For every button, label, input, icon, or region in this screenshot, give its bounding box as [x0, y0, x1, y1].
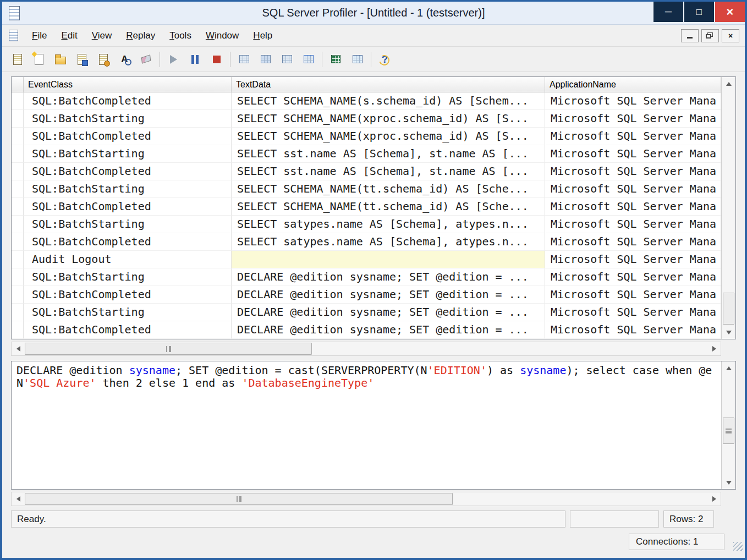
- text-data-cell[interactable]: SELECT satypes.name AS [Schema], atypes.…: [232, 233, 545, 251]
- detail-scroll-down-button[interactable]: [722, 476, 735, 489]
- properties-button[interactable]: [92, 50, 114, 69]
- event-class-cell[interactable]: SQL:BatchCompleted: [24, 321, 232, 339]
- text-data-cell[interactable]: SELECT SCHEMA_NAME(xproc.schema_id) AS […: [232, 110, 545, 128]
- trace-row[interactable]: SQL:BatchCompletedSELECT SCHEMA_NAME(tt.…: [12, 198, 721, 216]
- trace-row[interactable]: SQL:BatchCompletedSELECT satypes.name AS…: [12, 233, 721, 251]
- menu-view[interactable]: View: [85, 26, 119, 45]
- grid-hscroll-track[interactable]: [25, 342, 707, 355]
- mdi-minimize-button[interactable]: [681, 29, 699, 42]
- help-button[interactable]: ?: [374, 50, 396, 69]
- event-class-cell[interactable]: SQL:BatchStarting: [24, 110, 232, 128]
- text-data-cell[interactable]: SELECT SCHEMA_NAME(tt.schema_id) AS [Sch…: [232, 180, 545, 198]
- trace-row[interactable]: SQL:BatchStartingDECLARE @edition sysnam…: [12, 268, 721, 286]
- clear-trace-window-button[interactable]: [135, 50, 157, 69]
- maximize-button[interactable]: □: [683, 2, 714, 22]
- event-class-cell[interactable]: Audit Logout: [24, 251, 232, 268]
- trace-row[interactable]: SQL:BatchCompletedDECLARE @edition sysna…: [12, 321, 721, 339]
- app-icon[interactable]: [9, 6, 20, 20]
- trace-row[interactable]: SQL:BatchCompletedSELECT SCHEMA_NAME(xpr…: [12, 128, 721, 145]
- text-data-cell[interactable]: SELECT SCHEMA_NAME(xproc.schema_id) AS […: [232, 128, 545, 145]
- event-class-cell[interactable]: SQL:BatchStarting: [24, 180, 232, 198]
- mdi-restore-button[interactable]: [701, 29, 719, 42]
- trace-row[interactable]: SQL:BatchStartingSELECT SCHEMA_NAME(tt.s…: [12, 180, 721, 198]
- event-class-cell[interactable]: SQL:BatchCompleted: [24, 198, 232, 216]
- menu-replay[interactable]: Replay: [119, 26, 162, 45]
- aggregate-view-button[interactable]: [276, 50, 298, 69]
- menu-tools[interactable]: Tools: [162, 26, 199, 45]
- text-data-cell[interactable]: SELECT sst.name AS [Schema], st.name AS …: [232, 145, 545, 163]
- application-name-cell[interactable]: Microsoft SQL Server Mana: [545, 198, 721, 216]
- event-class-cell[interactable]: SQL:BatchStarting: [24, 304, 232, 321]
- grouped-view-button[interactable]: [255, 50, 276, 69]
- close-button[interactable]: ×: [714, 2, 745, 22]
- menu-window[interactable]: Window: [199, 26, 246, 45]
- application-name-cell[interactable]: Microsoft SQL Server Mana: [545, 233, 721, 251]
- export-to-excel-button[interactable]: [325, 50, 347, 69]
- application-name-cell[interactable]: Microsoft SQL Server Mana: [545, 163, 721, 180]
- trace-row[interactable]: Audit LogoutMicrosoft SQL Server Mana: [12, 251, 721, 268]
- new-trace-button[interactable]: [7, 50, 28, 69]
- resize-grip-icon[interactable]: [733, 542, 743, 551]
- menu-file[interactable]: File: [25, 26, 54, 45]
- detail-horizontal-scrollbar[interactable]: [11, 492, 721, 506]
- trace-row[interactable]: SQL:BatchStartingSELECT satypes.name AS …: [12, 216, 721, 233]
- grid-scroll-right-button[interactable]: [707, 342, 721, 355]
- application-name-cell[interactable]: Microsoft SQL Server Mana: [545, 216, 721, 233]
- titlebar[interactable]: SQL Server Profiler - [Untitled - 1 (tes…: [2, 2, 745, 25]
- event-class-cell[interactable]: SQL:BatchCompleted: [24, 128, 232, 145]
- detail-vscroll-thumb[interactable]: [723, 418, 734, 444]
- grid-hscroll-thumb[interactable]: [25, 343, 312, 355]
- detail-vertical-scrollbar[interactable]: [721, 361, 735, 489]
- application-name-cell[interactable]: Microsoft SQL Server Mana: [545, 268, 721, 286]
- text-data-cell[interactable]: DECLARE @edition sysname; SET @edition =…: [232, 286, 545, 304]
- detail-hscroll-thumb[interactable]: [25, 493, 453, 505]
- column-header-text_data[interactable]: TextData: [232, 77, 545, 92]
- detail-vscroll-track[interactable]: [722, 375, 735, 476]
- mdi-document-icon[interactable]: [9, 30, 18, 41]
- detail-scroll-left-button[interactable]: [12, 492, 25, 506]
- organize-columns-button[interactable]: [233, 50, 255, 69]
- minimize-button[interactable]: ─: [652, 2, 683, 22]
- grid-vscroll-track[interactable]: [722, 90, 735, 326]
- start-trace-button[interactable]: [163, 50, 184, 69]
- application-name-cell[interactable]: Microsoft SQL Server Mana: [545, 110, 721, 128]
- auto-scroll-button[interactable]: [298, 50, 319, 69]
- application-name-cell[interactable]: Microsoft SQL Server Mana: [545, 145, 721, 163]
- application-name-cell[interactable]: Microsoft SQL Server Mana: [545, 180, 721, 198]
- text-data-cell[interactable]: DECLARE @edition sysname; SET @edition =…: [232, 268, 545, 286]
- detail-scroll-up-button[interactable]: [722, 361, 735, 375]
- event-class-cell[interactable]: SQL:BatchCompleted: [24, 163, 232, 180]
- stop-trace-button[interactable]: [206, 50, 227, 69]
- save-trace-button[interactable]: [71, 50, 92, 69]
- application-name-cell[interactable]: Microsoft SQL Server Mana: [545, 321, 721, 339]
- detail-scroll-right-button[interactable]: [707, 492, 721, 506]
- menu-edit[interactable]: Edit: [54, 26, 84, 45]
- application-name-cell[interactable]: Microsoft SQL Server Mana: [545, 92, 721, 110]
- sql-text-view[interactable]: DECLARE @edition sysname; SET @edition =…: [12, 361, 721, 489]
- application-name-cell[interactable]: Microsoft SQL Server Mana: [545, 286, 721, 304]
- trace-row[interactable]: SQL:BatchStartingSELECT sst.name AS [Sch…: [12, 145, 721, 163]
- detail-hscroll-track[interactable]: [25, 492, 707, 506]
- trace-row[interactable]: SQL:BatchCompletedSELECT sst.name AS [Sc…: [12, 163, 721, 180]
- text-data-cell[interactable]: [232, 251, 545, 268]
- application-name-cell[interactable]: Microsoft SQL Server Mana: [545, 304, 721, 321]
- pause-trace-button[interactable]: [184, 50, 206, 69]
- application-name-cell[interactable]: Microsoft SQL Server Mana: [545, 128, 721, 145]
- event-class-cell[interactable]: SQL:BatchCompleted: [24, 233, 232, 251]
- text-data-cell[interactable]: DECLARE @edition sysname; SET @edition =…: [232, 304, 545, 321]
- application-name-cell[interactable]: Microsoft SQL Server Mana: [545, 251, 721, 268]
- text-data-cell[interactable]: DECLARE @edition sysname; SET @edition =…: [232, 321, 545, 339]
- trace-row[interactable]: SQL:BatchStartingDECLARE @edition sysnam…: [12, 304, 721, 321]
- grid-scroll-down-button[interactable]: [722, 326, 735, 339]
- new-window-button[interactable]: [28, 50, 50, 69]
- event-class-cell[interactable]: SQL:BatchCompleted: [24, 92, 232, 110]
- open-trace-button[interactable]: [50, 50, 71, 69]
- grid-scroll-left-button[interactable]: [12, 342, 25, 355]
- column-header-application_name[interactable]: ApplicationName: [545, 77, 721, 92]
- event-class-cell[interactable]: SQL:BatchStarting: [24, 145, 232, 163]
- find-button[interactable]: A: [114, 50, 135, 69]
- trace-row[interactable]: SQL:BatchCompletedSELECT SCHEMA_NAME(s.s…: [12, 92, 721, 110]
- grid-vertical-scrollbar[interactable]: [721, 77, 735, 339]
- event-class-cell[interactable]: SQL:BatchCompleted: [24, 286, 232, 304]
- column-header-event_class[interactable]: EventClass: [24, 77, 232, 92]
